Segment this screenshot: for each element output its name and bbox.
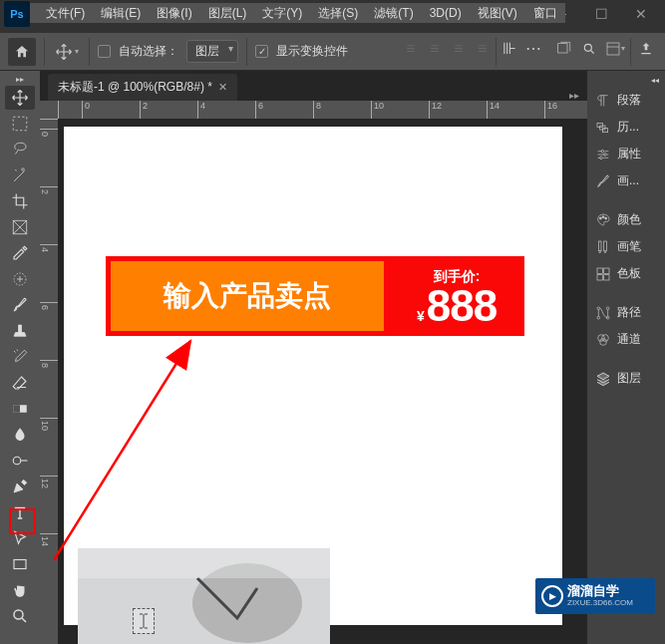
align-right-icon[interactable]: ≡ — [448, 38, 470, 60]
svg-point-23 — [602, 215, 604, 217]
svg-rect-30 — [604, 274, 609, 279]
align-left-icon[interactable]: ≡ — [400, 38, 422, 60]
hand-tool[interactable] — [5, 578, 35, 602]
menubar: 文件(F) 编辑(E) 图像(I) 图层(L) 文字(Y) 选择(S) 滤镜(T… — [30, 3, 565, 23]
share-icon[interactable] — [635, 38, 657, 60]
panel-paths[interactable]: 路径 — [587, 299, 665, 326]
more-align-icon[interactable]: ⋯ — [522, 38, 544, 60]
clone-stamp-tool[interactable] — [5, 319, 35, 343]
svg-line-12 — [54, 341, 190, 560]
thumbnail-preview — [78, 548, 330, 644]
search-icon[interactable] — [578, 38, 600, 60]
menu-filter[interactable]: 滤镜(T) — [366, 3, 421, 24]
marquee-tool[interactable] — [5, 112, 35, 136]
tools-panel: ▸▸ — [0, 71, 40, 644]
text-cursor-icon — [133, 608, 155, 634]
eraser-tool[interactable] — [5, 371, 35, 395]
svg-rect-7 — [13, 405, 20, 413]
magic-wand-tool[interactable] — [5, 163, 35, 187]
tabbar-expand-icon[interactable]: ▸▸ — [569, 90, 579, 101]
gradient-tool[interactable] — [5, 397, 35, 421]
window-maximize-icon[interactable]: ☐ — [589, 5, 613, 23]
canvas[interactable]: 输入产品卖点 到手价: ¥ 888 — [64, 127, 562, 625]
dodge-tool[interactable] — [5, 449, 35, 473]
ps-logo: Ps — [4, 1, 30, 27]
annotation-arrow — [46, 321, 215, 570]
menu-window[interactable]: 窗口 — [525, 3, 565, 24]
play-icon: ▶ — [541, 585, 563, 607]
crop-tool[interactable] — [5, 189, 35, 213]
type-tool[interactable] — [5, 500, 35, 524]
toolbar-collapse-icon[interactable]: ▸▸ — [0, 75, 40, 85]
menu-image[interactable]: 图像(I) — [149, 3, 199, 24]
svg-rect-29 — [597, 274, 602, 279]
lasso-tool[interactable] — [5, 138, 35, 161]
frame-tool[interactable] — [5, 215, 35, 239]
show-transform-checkbox[interactable] — [255, 45, 268, 58]
menu-edit[interactable]: 编辑(E) — [93, 3, 149, 24]
show-transform-label: 显示变换控件 — [276, 43, 348, 60]
panels-dock: ◂◂ 段落 历... 属性 画... 颜色 画笔 色板 路径 通道 图层 — [587, 71, 665, 644]
panel-layers[interactable]: 图层 — [587, 365, 665, 392]
svg-point-32 — [606, 307, 609, 310]
panel-properties[interactable]: 属性 — [587, 141, 665, 167]
panel-color[interactable]: 颜色 — [587, 206, 665, 233]
panel-channels[interactable]: 通道 — [587, 326, 665, 353]
menu-3d[interactable]: 3D(D) — [422, 4, 470, 22]
menu-layer[interactable]: 图层(L) — [200, 3, 255, 24]
panel-history[interactable]: 历... — [587, 114, 665, 141]
pen-tool[interactable] — [5, 475, 35, 498]
document-tab[interactable]: 未标题-1 @ 100%(RGB/8#) * ✕ — [48, 74, 237, 101]
brush-tool[interactable] — [5, 293, 35, 317]
svg-point-36 — [602, 334, 609, 341]
eyedropper-tool[interactable] — [5, 241, 35, 265]
svg-rect-28 — [604, 268, 609, 273]
banner: 输入产品卖点 到手价: ¥ 888 — [106, 256, 524, 336]
watermark-title: 溜溜自学 — [567, 584, 633, 598]
panel-swatches[interactable]: 色板 — [587, 260, 665, 287]
banner-price-box: 到手价: ¥ 888 — [389, 256, 524, 336]
vertical-ruler: 0 2 4 6 8 10 12 14 — [40, 119, 58, 644]
move-tool-icon: ▾ — [53, 39, 81, 65]
panel-brushset[interactable]: 画笔 — [587, 233, 665, 260]
workspace-dropdown-icon[interactable]: ▾ — [604, 38, 626, 60]
svg-point-22 — [599, 217, 601, 219]
blur-tool[interactable] — [5, 423, 35, 447]
watermark-url: ZIXUE.3D66.COM — [567, 599, 633, 608]
tab-close-icon[interactable]: ✕ — [218, 81, 227, 94]
home-button[interactable] — [8, 38, 36, 66]
align-center-icon[interactable]: ≡ — [424, 38, 446, 60]
auto-select-checkbox[interactable] — [98, 45, 111, 58]
distribute-icon[interactable]: ⊪ — [499, 38, 520, 60]
panel-paragraph[interactable]: 段落 — [587, 87, 665, 114]
auto-select-label: 自动选择： — [119, 43, 178, 60]
svg-point-10 — [14, 610, 23, 619]
svg-point-24 — [605, 217, 607, 219]
history-brush-tool[interactable] — [5, 345, 35, 369]
svg-point-8 — [13, 457, 21, 465]
canvas-area: 0 2 4 6 8 10 12 14 16 0 2 4 6 8 10 12 14 — [40, 101, 587, 644]
healing-brush-tool[interactable] — [5, 267, 35, 291]
horizontal-ruler: 0 2 4 6 8 10 12 14 16 — [58, 101, 587, 119]
align-top-icon[interactable]: ≡ — [472, 38, 494, 60]
svg-rect-27 — [597, 268, 602, 273]
svg-rect-26 — [604, 241, 607, 250]
move-tool[interactable] — [5, 86, 35, 110]
3dmode-icon[interactable] — [552, 38, 574, 60]
menu-file[interactable]: 文件(F) — [38, 3, 93, 24]
panel-brushes[interactable]: 画... — [587, 167, 665, 194]
svg-rect-25 — [598, 241, 601, 250]
auto-select-dropdown[interactable]: 图层 — [186, 40, 238, 63]
panels-collapse-icon[interactable]: ◂◂ — [587, 77, 665, 87]
menu-type[interactable]: 文字(Y) — [254, 3, 310, 24]
path-selection-tool[interactable] — [5, 526, 35, 550]
menu-select[interactable]: 选择(S) — [310, 3, 366, 24]
svg-point-1 — [584, 44, 591, 51]
window-close-icon[interactable]: ✕ — [629, 5, 653, 23]
menu-view[interactable]: 视图(V) — [470, 3, 525, 24]
rectangle-tool[interactable] — [5, 552, 35, 576]
banner-headline: 输入产品卖点 — [164, 277, 331, 315]
svg-rect-9 — [14, 560, 26, 569]
svg-point-33 — [597, 316, 600, 319]
zoom-tool[interactable] — [5, 604, 35, 628]
